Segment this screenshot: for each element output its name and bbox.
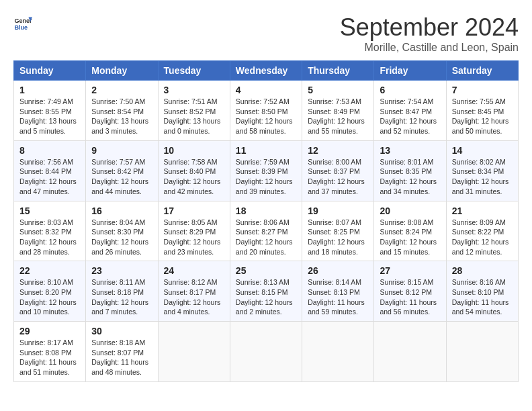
cell-content: Sunrise: 8:02 AM Sunset: 8:34 PM Dayligh… [452,157,513,197]
calendar-cell: 26 Sunrise: 8:14 AM Sunset: 8:13 PM Dayl… [302,261,374,322]
cell-content: Sunrise: 8:16 AM Sunset: 8:10 PM Dayligh… [452,277,513,317]
day-number: 22 [19,265,80,276]
calendar-cell [446,322,518,382]
cell-content: Sunrise: 8:14 AM Sunset: 8:13 PM Dayligh… [308,277,368,317]
cell-content: Sunrise: 7:50 AM Sunset: 8:54 PM Dayligh… [91,97,152,136]
calendar-cell: 21 Sunrise: 8:09 AM Sunset: 8:22 PM Dayl… [446,201,518,261]
calendar-cell: 13 Sunrise: 8:01 AM Sunset: 8:35 PM Dayl… [374,140,446,201]
cell-content: Sunrise: 7:51 AM Sunset: 8:52 PM Dayligh… [164,97,224,136]
calendar-cell: 22 Sunrise: 8:10 AM Sunset: 8:20 PM Dayl… [14,261,86,322]
day-number: 3 [164,85,224,95]
calendar-table: Sunday Monday Tuesday Wednesday Thursday… [13,60,519,382]
calendar-cell [158,322,230,382]
day-number: 5 [308,85,368,95]
calendar-cell: 6 Sunrise: 7:54 AM Sunset: 8:47 PM Dayli… [374,81,446,141]
calendar-cell: 2 Sunrise: 7:50 AM Sunset: 8:54 PM Dayli… [86,81,158,141]
col-monday: Monday [86,61,158,81]
day-number: 4 [236,85,296,95]
week-row-2: 8 Sunrise: 7:56 AM Sunset: 8:44 PM Dayli… [14,140,519,201]
title-area: September 2024 Morille, Castille and Leo… [340,13,519,54]
day-number: 25 [236,265,296,276]
calendar-cell: 5 Sunrise: 7:53 AM Sunset: 8:49 PM Dayli… [302,81,374,141]
cell-content: Sunrise: 7:53 AM Sunset: 8:49 PM Dayligh… [308,97,368,136]
day-number: 28 [452,265,513,276]
col-thursday: Thursday [302,61,374,81]
logo-icon: General Blue [13,13,32,32]
cell-content: Sunrise: 8:01 AM Sunset: 8:35 PM Dayligh… [380,157,440,197]
cell-content: Sunrise: 8:05 AM Sunset: 8:29 PM Dayligh… [164,218,224,257]
week-row-5: 29 Sunrise: 8:17 AM Sunset: 8:08 PM Dayl… [14,322,519,382]
day-number: 26 [308,265,368,276]
calendar-cell: 7 Sunrise: 7:55 AM Sunset: 8:45 PM Dayli… [446,81,518,141]
calendar-cell: 15 Sunrise: 8:03 AM Sunset: 8:32 PM Dayl… [14,201,86,261]
day-number: 15 [19,205,80,216]
day-number: 27 [380,265,440,276]
calendar-cell: 25 Sunrise: 8:13 AM Sunset: 8:15 PM Dayl… [230,261,302,322]
cell-content: Sunrise: 8:11 AM Sunset: 8:18 PM Dayligh… [91,277,152,317]
day-number: 18 [236,205,296,216]
calendar-header-row: Sunday Monday Tuesday Wednesday Thursday… [14,61,519,81]
day-number: 19 [308,205,368,216]
calendar-cell: 14 Sunrise: 8:02 AM Sunset: 8:34 PM Dayl… [446,140,518,201]
cell-content: Sunrise: 7:57 AM Sunset: 8:42 PM Dayligh… [91,157,152,197]
cell-content: Sunrise: 8:12 AM Sunset: 8:17 PM Dayligh… [164,277,224,317]
calendar-cell: 10 Sunrise: 7:58 AM Sunset: 8:40 PM Dayl… [158,140,230,201]
calendar-cell: 11 Sunrise: 7:59 AM Sunset: 8:39 PM Dayl… [230,140,302,201]
cell-content: Sunrise: 8:08 AM Sunset: 8:24 PM Dayligh… [380,218,440,257]
day-number: 13 [380,145,440,156]
calendar-cell [230,322,302,382]
logo: General Blue [13,13,32,32]
cell-content: Sunrise: 7:52 AM Sunset: 8:50 PM Dayligh… [236,97,296,136]
day-number: 10 [164,145,224,156]
day-number: 21 [452,205,513,216]
calendar-cell: 23 Sunrise: 8:11 AM Sunset: 8:18 PM Dayl… [86,261,158,322]
cell-content: Sunrise: 8:17 AM Sunset: 8:08 PM Dayligh… [19,338,80,377]
calendar-cell [302,322,374,382]
calendar-cell: 12 Sunrise: 8:00 AM Sunset: 8:37 PM Dayl… [302,140,374,201]
subtitle: Morille, Castille and Leon, Spain [340,42,519,54]
cell-content: Sunrise: 8:03 AM Sunset: 8:32 PM Dayligh… [19,218,80,257]
day-number: 30 [91,326,152,336]
calendar-cell: 24 Sunrise: 8:12 AM Sunset: 8:17 PM Dayl… [158,261,230,322]
col-friday: Friday [374,61,446,81]
cell-content: Sunrise: 8:09 AM Sunset: 8:22 PM Dayligh… [452,218,513,257]
week-row-4: 22 Sunrise: 8:10 AM Sunset: 8:20 PM Dayl… [14,261,519,322]
svg-text:Blue: Blue [14,24,28,31]
calendar-cell: 17 Sunrise: 8:05 AM Sunset: 8:29 PM Dayl… [158,201,230,261]
day-number: 20 [380,205,440,216]
cell-content: Sunrise: 7:56 AM Sunset: 8:44 PM Dayligh… [19,157,80,197]
calendar-cell: 8 Sunrise: 7:56 AM Sunset: 8:44 PM Dayli… [14,140,86,201]
cell-content: Sunrise: 8:18 AM Sunset: 8:07 PM Dayligh… [91,338,152,377]
day-number: 12 [308,145,368,156]
col-sunday: Sunday [14,61,86,81]
col-wednesday: Wednesday [230,61,302,81]
week-row-3: 15 Sunrise: 8:03 AM Sunset: 8:32 PM Dayl… [14,201,519,261]
day-number: 23 [91,265,152,276]
calendar-cell [374,322,446,382]
cell-content: Sunrise: 7:55 AM Sunset: 8:45 PM Dayligh… [452,97,513,136]
cell-content: Sunrise: 8:06 AM Sunset: 8:27 PM Dayligh… [236,218,296,257]
calendar-cell: 9 Sunrise: 7:57 AM Sunset: 8:42 PM Dayli… [86,140,158,201]
calendar-cell: 4 Sunrise: 7:52 AM Sunset: 8:50 PM Dayli… [230,81,302,141]
col-saturday: Saturday [446,61,518,81]
day-number: 6 [380,85,440,95]
day-number: 16 [91,205,152,216]
day-number: 29 [19,326,80,336]
day-number: 9 [91,145,152,156]
calendar-cell: 16 Sunrise: 8:04 AM Sunset: 8:30 PM Dayl… [86,201,158,261]
calendar-cell: 18 Sunrise: 8:06 AM Sunset: 8:27 PM Dayl… [230,201,302,261]
col-tuesday: Tuesday [158,61,230,81]
day-number: 8 [19,145,80,156]
calendar-cell: 30 Sunrise: 8:18 AM Sunset: 8:07 PM Dayl… [86,322,158,382]
calendar-cell: 20 Sunrise: 8:08 AM Sunset: 8:24 PM Dayl… [374,201,446,261]
day-number: 2 [91,85,152,95]
calendar-cell: 19 Sunrise: 8:07 AM Sunset: 8:25 PM Dayl… [302,201,374,261]
main-title: September 2024 [340,13,519,42]
cell-content: Sunrise: 7:49 AM Sunset: 8:55 PM Dayligh… [19,97,80,136]
calendar-cell: 3 Sunrise: 7:51 AM Sunset: 8:52 PM Dayli… [158,81,230,141]
day-number: 1 [19,85,80,95]
day-number: 14 [452,145,513,156]
day-number: 7 [452,85,513,95]
week-row-1: 1 Sunrise: 7:49 AM Sunset: 8:55 PM Dayli… [14,81,519,141]
cell-content: Sunrise: 8:15 AM Sunset: 8:12 PM Dayligh… [380,277,440,317]
